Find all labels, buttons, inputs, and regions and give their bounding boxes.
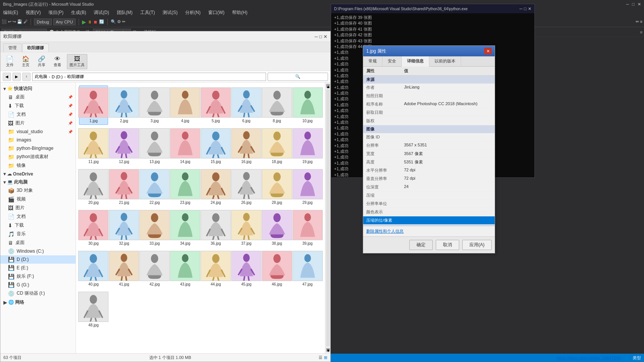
- grid-view-btn[interactable]: ⊞: [324, 355, 327, 360]
- row-width[interactable]: 宽度 3567 像素: [363, 150, 495, 158]
- file-item[interactable]: 24.jpg: [201, 167, 231, 207]
- row-acquire-date[interactable]: 获取日期: [363, 109, 495, 117]
- restart-button[interactable]: 🔄: [99, 19, 104, 24]
- file-item[interactable]: 18.jpg: [262, 126, 291, 166]
- file-item[interactable]: 30.jpg: [79, 208, 108, 247]
- debug-mode[interactable]: Debug: [34, 19, 51, 25]
- file-item[interactable]: 44.jpg: [201, 249, 231, 288]
- row-shoot-date[interactable]: 拍照日期: [363, 92, 495, 100]
- sidebar-item-pictures[interactable]: 🖼 图片 📌: [0, 119, 76, 127]
- apply-button[interactable]: 应用(A): [462, 240, 492, 250]
- list-view-btn[interactable]: ☰: [319, 355, 322, 360]
- back-button[interactable]: ◀: [3, 73, 11, 81]
- path-computer[interactable]: 此电脑: [35, 74, 47, 79]
- scroll-thumb[interactable]: [326, 89, 330, 346]
- console-maximize[interactable]: □: [524, 6, 526, 11]
- sidebar-3d[interactable]: 📦 3D 对象: [0, 186, 76, 195]
- tab-details[interactable]: 详细信息: [402, 56, 429, 67]
- row-res-unit[interactable]: 分辨率单位: [363, 200, 495, 208]
- delete-properties-link[interactable]: 删除属性和个人信息: [363, 226, 495, 236]
- row-program[interactable]: 程序名称 Adobe Photoshop CC 2018 (Macintosh): [363, 100, 495, 109]
- menu-tools[interactable]: 工具(T): [139, 9, 156, 17]
- sidebar-pic2[interactable]: 🖼 图片: [0, 204, 76, 212]
- tab-previous[interactable]: 以前的版本: [429, 56, 461, 66]
- file-item[interactable]: 10.jpg: [293, 85, 322, 125]
- cancel-button[interactable]: 取消: [436, 240, 459, 250]
- file-item[interactable]: 1.jpg: [79, 85, 108, 125]
- file-item[interactable]: 47.jpg: [293, 249, 322, 288]
- file-item[interactable]: 23.jpg: [171, 167, 200, 207]
- sidebar-music[interactable]: 🎵 音乐: [0, 230, 76, 238]
- explorer-maximize[interactable]: □: [319, 34, 322, 39]
- stop-button[interactable]: ⏹: [93, 20, 98, 24]
- file-item[interactable]: 13.jpg: [140, 126, 169, 166]
- maximize-btn[interactable]: □: [632, 2, 635, 7]
- file-item[interactable]: 36.jpg: [201, 208, 231, 247]
- run-button[interactable]: ▶: [82, 19, 86, 25]
- sidebar-item-bingimage[interactable]: 📁 python-BingImage: [0, 144, 76, 152]
- sidebar-d-drive[interactable]: 💾 D (D:): [0, 255, 76, 264]
- tab-general[interactable]: 常规: [363, 56, 382, 66]
- network-header[interactable]: ▶ 🌐 网络: [0, 298, 76, 306]
- sidebar-item-downloads[interactable]: ⬇ 下载 📌: [0, 101, 76, 110]
- minimize-btn[interactable]: ─: [626, 2, 629, 7]
- quick-access-header[interactable]: ▾ ⭐ 快速访问: [0, 84, 76, 93]
- dialog-close-btn[interactable]: ✕: [484, 48, 492, 54]
- file-item[interactable]: 4.jpg: [171, 85, 200, 125]
- onedrive-header[interactable]: ▾ ☁ OneDrive: [0, 170, 76, 177]
- sidebar-doc2[interactable]: 📄 文档: [0, 212, 76, 221]
- row-vdpi[interactable]: 垂直分辨率 72 dpi: [363, 175, 495, 183]
- file-item[interactable]: 39.jpg: [293, 208, 322, 247]
- address-path[interactable]: 此电脑 › D (D:) › 欧阳娜娜: [32, 73, 266, 81]
- close-btn[interactable]: ✕: [638, 2, 641, 7]
- sidebar-item-docs[interactable]: 📄 文档 📌: [0, 110, 76, 119]
- file-item[interactable]: 2.jpg: [110, 85, 139, 125]
- file-item[interactable]: 5.jpg: [201, 85, 231, 125]
- file-item[interactable]: 40.jpg: [79, 249, 108, 288]
- file-item[interactable]: 46.jpg: [262, 249, 291, 288]
- sidebar-item-vstudio[interactable]: 📁 visual_studio 📌: [0, 127, 76, 136]
- forward-button[interactable]: ▶: [12, 73, 21, 81]
- file-item[interactable]: 19.jpg: [293, 126, 322, 166]
- file-item[interactable]: 28.jpg: [262, 167, 291, 207]
- scroll-up[interactable]: ▲: [326, 84, 330, 88]
- sidebar-e-drive[interactable]: 💾 E (E:): [0, 264, 76, 272]
- sidebar-cd-drive[interactable]: 💿 CD 驱动器 (I:): [0, 289, 76, 298]
- sidebar-item-images[interactable]: 📁 images: [0, 136, 76, 144]
- row-compress[interactable]: 压缩: [363, 191, 495, 200]
- menu-test[interactable]: 测试(S): [161, 9, 179, 17]
- file-item[interactable]: 6.jpg: [232, 85, 261, 125]
- file-item[interactable]: 20.jpg: [79, 167, 108, 207]
- menu-view[interactable]: 视图(V): [24, 9, 42, 17]
- ribbon-file[interactable]: 📄 文件: [3, 54, 16, 69]
- file-item[interactable]: 42.jpg: [140, 249, 169, 288]
- file-item[interactable]: 38.jpg: [262, 208, 291, 247]
- pause-button[interactable]: ⏸: [88, 20, 92, 24]
- ribbon-view[interactable]: 👁 查看: [51, 54, 64, 69]
- file-item[interactable]: 45.jpg: [232, 249, 261, 288]
- file-item[interactable]: 11.jpg: [79, 126, 108, 166]
- row-hdpi[interactable]: 水平分辨率 72 dpi: [363, 166, 495, 175]
- file-item[interactable]: 37.jpg: [232, 208, 261, 247]
- sidebar-item-desktop[interactable]: 🖥 桌面 📌: [0, 93, 76, 101]
- sidebar-item-game[interactable]: 📁 python游戏素材: [0, 152, 76, 161]
- sidebar-g-drive[interactable]: 💾 G (G:): [0, 281, 76, 289]
- menu-window[interactable]: 窗口(W): [207, 9, 226, 17]
- path-folder[interactable]: 欧阳娜娜: [67, 74, 84, 79]
- row-compress-bits[interactable]: 压缩的位/像素: [363, 216, 495, 225]
- ribbon-home[interactable]: 🏠 主页: [19, 54, 32, 69]
- file-item[interactable]: 12.jpg: [110, 126, 139, 166]
- menu-help[interactable]: 帮助(H): [231, 9, 249, 17]
- file-item[interactable]: 43.jpg: [171, 249, 200, 288]
- file-item[interactable]: 33.jpg: [140, 208, 169, 247]
- row-copyright[interactable]: 版权: [363, 117, 495, 125]
- file-item[interactable]: 16.jpg: [232, 126, 261, 166]
- scroll-down[interactable]: ▼: [326, 348, 330, 352]
- sidebar-f-drive[interactable]: 💾 娱乐 (F:): [0, 272, 76, 281]
- ribbon-share[interactable]: 🔗 共享: [35, 54, 48, 69]
- ribbon-picture-tools[interactable]: 🖼 图片工具: [67, 54, 87, 69]
- file-item[interactable]: 32.jpg: [110, 208, 139, 247]
- row-color-rep[interactable]: 颜色表示: [363, 208, 495, 216]
- tab-manage[interactable]: 管理: [3, 44, 22, 52]
- scrollbar[interactable]: ▲ ▼: [325, 82, 330, 353]
